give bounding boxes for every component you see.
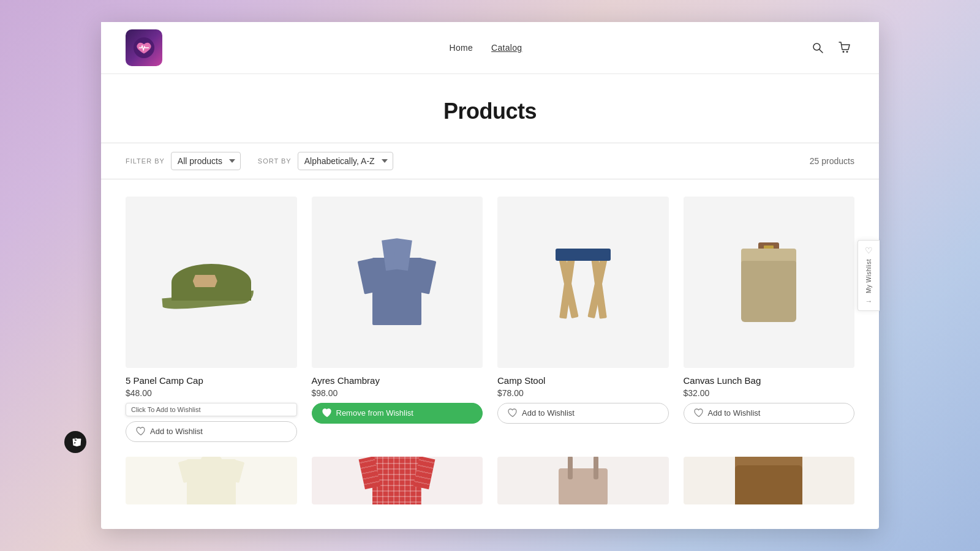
product-name-1: 5 Panel Camp Cap	[126, 375, 297, 386]
product-name-3: Camp Stool	[497, 375, 669, 386]
product-image-6[interactable]	[312, 457, 483, 504]
bag-illustration	[684, 197, 855, 368]
page-title: Products	[101, 99, 879, 124]
stool-illustration	[497, 197, 669, 368]
product-price-1: $48.00	[126, 388, 297, 398]
product-card-5	[126, 457, 297, 512]
add-to-wishlist-button-3[interactable]: Add to Wishlist	[497, 403, 669, 424]
filter-by-select[interactable]: All products Caps Shirts Bags Stools	[171, 152, 241, 170]
header: Home Catalog	[101, 22, 879, 74]
logo-wrap[interactable]	[126, 29, 162, 66]
cart-button[interactable]	[836, 39, 854, 56]
search-icon	[812, 42, 824, 54]
add-to-wishlist-label-1: Add to Wishlist	[150, 427, 203, 436]
filter-bar: FILTER BY All products Caps Shirts Bags …	[101, 143, 879, 179]
heart-icon-2	[322, 408, 332, 418]
product-image-4[interactable]	[684, 197, 855, 368]
wishlist-sidebar[interactable]: ♡ My Wishlist →	[858, 240, 880, 311]
remove-from-wishlist-button-2[interactable]: Remove from Wishlist	[312, 403, 483, 424]
cart-icon	[839, 42, 852, 54]
logo[interactable]	[126, 29, 162, 66]
svg-point-1	[813, 43, 820, 50]
tote-illustration	[497, 457, 669, 504]
page-title-section: Products	[101, 74, 879, 143]
svg-point-3	[843, 51, 845, 53]
messenger-bag-illustration	[684, 457, 855, 504]
product-price-4: $32.00	[684, 388, 855, 398]
main-container: Home Catalog Products	[101, 22, 879, 529]
product-card-1: 5 Panel Camp Cap $48.00 Click To Add to …	[126, 197, 297, 442]
sort-by-label: SORT BY	[258, 157, 292, 165]
header-icons	[809, 39, 854, 56]
products-count: 25 products	[810, 156, 854, 166]
sidebar-arrow-icon[interactable]: →	[865, 297, 873, 305]
heart-icon-4	[694, 408, 704, 418]
product-name-2: Ayres Chambray	[312, 375, 483, 386]
search-button[interactable]	[809, 39, 826, 56]
filter-by-group: FILTER BY All products Caps Shirts Bags …	[126, 152, 241, 170]
plaid-shirt-illustration	[312, 457, 483, 504]
product-card-6	[312, 457, 483, 512]
products-grid: 5 Panel Camp Cap $48.00 Click To Add to …	[101, 179, 879, 529]
product-card-7	[497, 457, 669, 512]
add-to-wishlist-label-3: Add to Wishlist	[522, 408, 575, 418]
shopify-icon	[69, 435, 82, 449]
product-price-3: $78.00	[497, 388, 669, 398]
product-image-7[interactable]	[497, 457, 669, 504]
filter-controls: FILTER BY All products Caps Shirts Bags …	[126, 152, 393, 170]
product-image-2[interactable]	[312, 197, 483, 368]
product-image-5[interactable]	[126, 457, 297, 504]
add-to-wishlist-label-4: Add to Wishlist	[708, 408, 761, 418]
tshirt-illustration	[126, 457, 297, 504]
wishlist-tooltip-1: Click To Add to Wishlist	[126, 403, 297, 416]
heart-icon-1	[136, 427, 146, 437]
remove-from-wishlist-label-2: Remove from Wishlist	[336, 408, 413, 418]
product-image-3[interactable]	[497, 197, 669, 368]
product-name-4: Canvas Lunch Bag	[684, 375, 855, 386]
product-image-8[interactable]	[684, 457, 855, 504]
svg-point-4	[846, 51, 848, 53]
nav: Home Catalog	[450, 43, 522, 53]
shopify-badge[interactable]	[64, 431, 86, 453]
product-card-8	[684, 457, 855, 512]
svg-line-2	[820, 50, 823, 53]
filter-by-label: FILTER BY	[126, 157, 165, 165]
product-card-3: Camp Stool $78.00 Add to Wishlist	[497, 197, 669, 442]
sidebar-heart-icon: ♡	[865, 246, 873, 255]
sort-by-group: SORT BY Alphabetically, A-Z Alphabetical…	[258, 152, 393, 170]
add-to-wishlist-button-4[interactable]: Add to Wishlist	[684, 403, 855, 424]
nav-catalog[interactable]: Catalog	[491, 43, 522, 53]
add-to-wishlist-button-1[interactable]: Add to Wishlist	[126, 421, 297, 442]
product-price-2: $98.00	[312, 388, 483, 398]
sort-by-select[interactable]: Alphabetically, A-Z Alphabetically, Z-A …	[298, 152, 393, 170]
product-card-4: Canvas Lunch Bag $32.00 Add to Wishlist	[684, 197, 855, 442]
heart-icon-3	[508, 408, 518, 418]
sidebar-label: My Wishlist	[865, 259, 872, 293]
shirt-illustration	[312, 197, 483, 368]
product-card-2: Ayres Chambray $98.00 Remove from Wishli…	[312, 197, 483, 442]
product-image-1[interactable]	[126, 197, 297, 368]
cap-illustration	[126, 197, 297, 368]
nav-home[interactable]: Home	[450, 43, 473, 53]
